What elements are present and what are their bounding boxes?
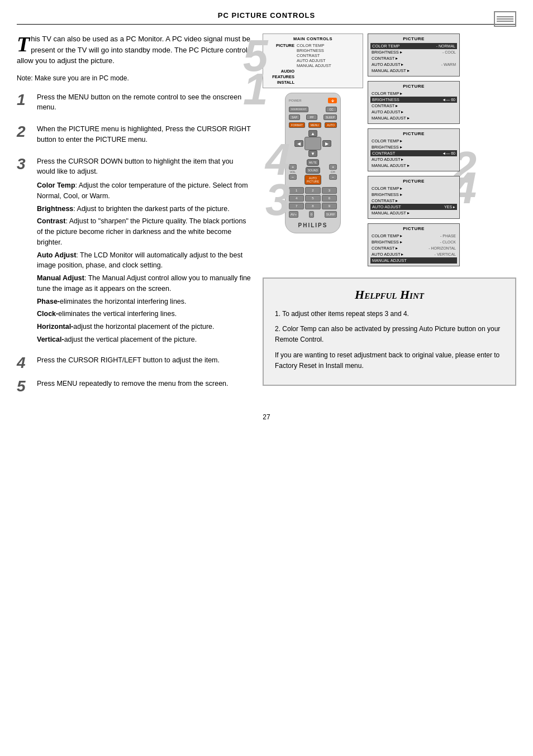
panel-1-row-manualadjust: MANUAL ADJUST ▸ xyxy=(372,68,456,74)
step-1-content: Press the MENU button on the remote cont… xyxy=(37,92,251,117)
step-5-content: Press MENU repeatedly to remove the menu… xyxy=(37,379,229,393)
remote-control: 4 3 POWER ⏻ SOURCE/EXIT xyxy=(285,93,341,233)
hint-point-1: 1. To adjust other items repeat steps 3 … xyxy=(275,309,504,319)
menu-panels-area: 2 4 PICTURE COLOR TEMP - NORMAL BRIGHTNE… xyxy=(368,34,460,266)
panel-2-row-brightness: BRIGHTNESS ◄— 60 xyxy=(370,97,457,103)
num-1-button[interactable]: 1 xyxy=(289,187,304,194)
cc-button[interactable]: CC xyxy=(326,107,337,112)
nav-down-button[interactable]: ▼ xyxy=(308,150,317,157)
panel-2-row-manualadjust: MANUAL ADJUST ▸ xyxy=(372,115,456,121)
num-5-button[interactable]: 5 xyxy=(305,195,320,202)
sound-button[interactable]: SOUND xyxy=(306,167,320,174)
power-label: POWER xyxy=(289,99,302,102)
panel-3-title: PICTURE xyxy=(372,131,456,136)
panel-5-row-autoadjust: AUTO ADJUST ▸ - VERTICAL xyxy=(372,251,456,257)
panel-2-manualadjust-label: MANUAL ADJUST ▸ xyxy=(372,116,410,121)
num-7-button[interactable]: 7 xyxy=(289,203,304,209)
num-6-button[interactable]: 6 xyxy=(322,195,337,202)
panel-2-brightness-label: BRIGHTNESS xyxy=(372,97,399,102)
nav-center xyxy=(304,137,321,150)
diagrams-section: 1 5 MAIN CONTROLS PICTURE COLOR TEMP BRI… xyxy=(263,34,516,266)
panel-3-contrast-indicator: ◄— 60 xyxy=(442,151,455,155)
remote-brand: PHILIPS xyxy=(289,222,337,228)
big-step-3-overlay: 3 xyxy=(265,178,291,222)
panel-5-manualadjust-label: MANUAL ADJUST xyxy=(372,258,407,263)
panel-2-title: PICTURE xyxy=(372,84,456,89)
step-1: 1 Press the MENU button on the remote co… xyxy=(17,92,251,117)
num-9-button[interactable]: 9 xyxy=(322,203,337,209)
num-4-button[interactable]: 4 xyxy=(289,195,304,202)
sleep-button[interactable]: SLEEP xyxy=(323,114,337,120)
panel-4-row-colortemp: COLOR TEMP ▸ xyxy=(372,185,456,192)
helpful-hint-box: Helpful Hint 1. To adjust other items re… xyxy=(263,277,516,386)
panel-1-brightness-label: BRIGHTNESS ▸ xyxy=(372,50,402,55)
av-button[interactable]: AV+ xyxy=(289,211,298,218)
panel-3-row-contrast: CONTRAST ◄— 60 xyxy=(370,150,457,156)
panel-4-manualadjust-label: MANUAL ADJUST ▸ xyxy=(372,210,410,216)
surf-button[interactable]: SURF xyxy=(325,211,337,218)
sap-button[interactable]: SAP xyxy=(289,114,300,120)
picture-panel-4: PICTURE COLOR TEMP ▸ BRIGHTNESS ▸ CONTRA… xyxy=(368,176,460,219)
ch-plus-button[interactable]: + xyxy=(329,164,337,170)
num-2-button[interactable]: 2 xyxy=(305,187,320,194)
nav-left-button[interactable]: ◀ xyxy=(294,140,303,147)
panel-4-row-brightness: BRIGHTNESS ▸ xyxy=(372,192,456,198)
step-4: 4 Press the CURSOR RIGHT/LEFT button to … xyxy=(17,355,251,371)
page-title: PC Picture Controls xyxy=(17,11,516,25)
step-3-number: 3 xyxy=(17,156,30,172)
nav-right-button[interactable]: ▶ xyxy=(322,140,331,147)
panel-1-contrast-label: CONTRAST ▸ xyxy=(372,56,398,61)
panel-4-row-manualadjust: MANUAL ADJUST ▸ xyxy=(372,210,456,216)
nav-mid-row: ◀ ▶ xyxy=(294,137,331,150)
mute-button[interactable]: MUTE xyxy=(307,159,319,166)
panel-2-row-autoadjust: AUTO ADJUST ▸ xyxy=(372,109,456,115)
pp-button[interactable]: PP xyxy=(306,114,317,120)
ch-label: CH xyxy=(331,170,335,174)
panel-1-row-autoadjust: AUTO ADJUST ▸ - WARM xyxy=(372,61,456,68)
step-3: 3 Press the CURSOR DOWN button to highli… xyxy=(17,156,251,347)
top-right-icon xyxy=(494,11,516,27)
panel-4-title: PICTURE xyxy=(372,179,456,184)
panel-5-title: PICTURE xyxy=(372,226,456,231)
panel-5-contrast-val: - HORIZONTAL xyxy=(429,246,456,250)
format-menu-auto-row: FORMAT MENU AUTO xyxy=(289,122,337,128)
panel-2-brightness-indicator: ◄— 60 xyxy=(442,98,455,102)
left-column: T his TV can also be used as a PC Monito… xyxy=(17,34,251,402)
source-exit-row: SOURCE/EXIT CC xyxy=(289,107,337,112)
center-diagram: 1 5 MAIN CONTROLS PICTURE COLOR TEMP BRI… xyxy=(263,34,363,266)
nav-up-button[interactable]: ▲ xyxy=(308,130,317,137)
right-column: 1 5 MAIN CONTROLS PICTURE COLOR TEMP BRI… xyxy=(263,34,516,402)
auto-picture-button[interactable]: AUTOPICTURE xyxy=(304,175,321,185)
source-exit-button[interactable]: SOURCE/EXIT xyxy=(289,107,308,112)
panel-1-brightness-val: - COOL xyxy=(442,50,456,54)
auto-button[interactable]: AUTO xyxy=(325,122,337,128)
mc-label-features: FEATURES xyxy=(268,74,294,79)
vol-label: VOL xyxy=(290,170,296,174)
note-text: Note: Make sure you are in PC mode. xyxy=(17,74,251,82)
num-0-button[interactable]: 0 xyxy=(309,211,314,218)
panel-1-row-contrast: CONTRAST ▸ xyxy=(372,55,456,61)
num-3-button[interactable]: 3 xyxy=(322,187,337,194)
mc-title: MAIN CONTROLS xyxy=(268,36,358,41)
mc-row-install: INSTALL xyxy=(268,80,358,85)
format-button[interactable]: FORMAT xyxy=(289,122,305,128)
sound-auto-picture: MUTE SOUND AUTOPICTURE xyxy=(304,159,321,185)
panel-5-row-contrast: CONTRAST ▸ - HORIZONTAL xyxy=(372,245,456,251)
panel-3-contrast-label: CONTRAST xyxy=(372,151,395,156)
picture-panel-1: PICTURE COLOR TEMP - NORMAL BRIGHTNESS ▸… xyxy=(368,34,460,76)
menu-button[interactable]: MENU xyxy=(308,122,321,128)
remote-nav: ▲ ◀ ▶ ▼ xyxy=(289,130,337,157)
panel-1-autoadjust-label: AUTO ADJUST ▸ xyxy=(372,62,404,67)
intro-text: T his TV can also be used as a PC Monito… xyxy=(17,34,251,66)
panel-2-row-contrast: CONTRAST ▸ xyxy=(372,103,456,109)
power-button[interactable]: ⏻ xyxy=(328,98,337,103)
panel-2-row-colortemp: COLOR TEMP ▸ xyxy=(372,90,456,97)
panel-1-colortemp-val: - NORMAL xyxy=(436,44,455,48)
panel-5-autoadjust-val: - VERTICAL xyxy=(435,252,456,256)
ch-minus-button[interactable]: − xyxy=(329,174,337,180)
picture-panel-5: PICTURE COLOR TEMP ▸ - PHASE BRIGHTNESS … xyxy=(368,223,460,266)
page-number: 27 xyxy=(17,413,516,421)
vol-mute-ch-row: + VOL − MUTE SOUND AUTOPICTURE xyxy=(289,159,337,185)
num-8-button[interactable]: 8 xyxy=(305,203,320,209)
panel-1-colortemp-label: COLOR TEMP xyxy=(372,44,399,49)
